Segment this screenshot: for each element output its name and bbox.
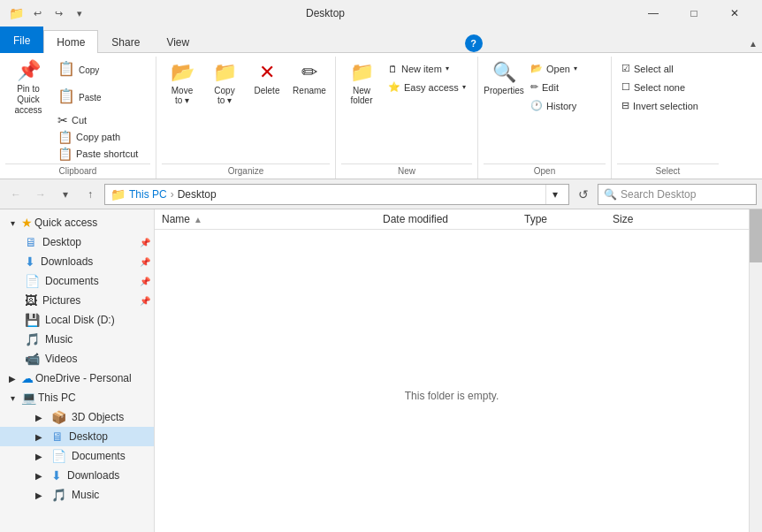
paste-btn[interactable]: 📋 Paste [53, 83, 95, 111]
pin-to-quick-access-btn[interactable]: 📌 Pin to Quickaccess [5, 57, 51, 111]
copy-path-btn[interactable]: 📋 Copy path [53, 128, 150, 145]
pin-indicator: 📌 [140, 238, 150, 247]
history-icon: 🕐 [530, 100, 543, 111]
clipboard-secondary: 📋 Copy 📋 Paste ✂ Cut 📋 Copy path 📋 [53, 57, 150, 162]
onedrive-header[interactable]: ▶ ☁ OneDrive - Personal [0, 369, 154, 388]
sidebar-item-3dobjects[interactable]: ▶ 📦 3D Objects [0, 407, 154, 427]
sidebar-item-desktop-thispc[interactable]: ▶ 🖥 Desktop [0, 427, 154, 446]
disk-label: Local Disk (D:) [45, 314, 115, 326]
search-box[interactable]: 🔍 Search Desktop [598, 184, 757, 205]
pin-indicator-4: 📌 [140, 296, 150, 306]
desktop-expand: ▶ [32, 432, 46, 442]
scrollbar-thumb[interactable] [750, 209, 762, 262]
undo-btn[interactable]: ↩ [28, 4, 46, 22]
col-name[interactable]: Name ▲ [162, 213, 383, 225]
new-folder-btn[interactable]: 📁 Newfolder [341, 57, 382, 111]
thispc-header[interactable]: ▾ 💻 This PC [0, 388, 154, 407]
sidebar-item-music-thispc[interactable]: ▶ 🎵 Music [0, 485, 154, 505]
new-secondary: 🗒 New item ▾ ⭐ Easy access ▾ [384, 57, 472, 95]
refresh-btn[interactable]: ↺ [573, 184, 594, 205]
title-bar-left: 📁 ↩ ↪ ▾ [7, 4, 88, 22]
sidebar-item-pictures-quick[interactable]: 🖼 Pictures 📌 [0, 291, 154, 310]
tab-share[interactable]: Share [98, 30, 153, 53]
pictures-icon: 🖼 [25, 293, 37, 308]
paste-shortcut-btn[interactable]: 📋 Paste shortcut [53, 145, 150, 162]
paste-label: Paste [79, 93, 102, 103]
properties-btn[interactable]: 🔍 Properties [484, 57, 524, 111]
ribbon-collapse-btn[interactable]: ▲ [744, 34, 762, 52]
sidebar-item-downloads-thispc[interactable]: ▶ ⬇ Downloads [0, 466, 154, 485]
open-btn[interactable]: 📂 Open ▾ [526, 60, 606, 77]
3d-label: 3D Objects [72, 411, 124, 423]
open-group-content: 🔍 Properties 📂 Open ▾ ✏ Edit 🕐 History [484, 57, 606, 162]
copy-path-label: Copy path [76, 132, 120, 142]
copy-to-btn[interactable]: 📁 Copyto ▾ [204, 57, 245, 111]
address-dropdown-btn[interactable]: ▾ [545, 185, 563, 204]
qat-dropdown[interactable]: ▾ [71, 4, 88, 22]
close-btn[interactable]: ✕ [714, 0, 755, 27]
sidebar-item-videos-quick[interactable]: 📹 Videos [0, 349, 154, 369]
forward-btn[interactable]: → [30, 184, 51, 205]
history-btn[interactable]: 🕐 History [526, 97, 606, 114]
tab-home[interactable]: Home [43, 30, 98, 53]
copy-btn[interactable]: 📋 Copy [53, 57, 95, 83]
address-box[interactable]: 📁 This PC › Desktop ▾ [104, 184, 569, 205]
help-btn[interactable]: ? [465, 34, 483, 52]
sidebar-item-documents-quick[interactable]: 📄 Documents 📌 [0, 271, 154, 291]
downloads-label: Downloads [41, 255, 93, 268]
sort-arrow: ▲ [194, 215, 202, 224]
quick-access-label: Quick access [34, 217, 97, 229]
desktop-icon: 🖥 [25, 235, 37, 249]
sidebar-item-desktop-quick[interactable]: 🖥 Desktop 📌 [0, 232, 154, 252]
music-label: Music [45, 333, 72, 346]
minimize-btn[interactable]: — [633, 0, 674, 27]
dl-pc-label: Downloads [67, 469, 119, 482]
quick-access-header[interactable]: ▾ ★ Quick access [0, 213, 154, 232]
sidebar-scrollbar[interactable] [749, 209, 762, 532]
select-none-btn[interactable]: ☐ Select none [617, 79, 719, 95]
new-group-content: 📁 Newfolder 🗒 New item ▾ ⭐ Easy access ▾ [341, 57, 472, 162]
move-to-icon: 📂 [171, 61, 194, 84]
dl-expand: ▶ [32, 471, 46, 481]
back-btn[interactable]: ← [5, 184, 27, 205]
redo-btn[interactable]: ↪ [50, 4, 67, 22]
select-label: Select [617, 163, 719, 179]
maximize-btn[interactable]: □ [674, 0, 714, 27]
col-date[interactable]: Date modified [383, 213, 524, 225]
search-icon: 🔍 [604, 188, 617, 201]
title-bar-controls: — □ ✕ [633, 0, 755, 27]
delete-btn[interactable]: ✕ Delete [247, 57, 287, 111]
paste-shortcut-label: Paste shortcut [76, 148, 138, 159]
recent-locations-btn[interactable]: ▾ [55, 184, 76, 205]
tab-view[interactable]: View [153, 30, 202, 53]
this-pc-link[interactable]: This PC [129, 188, 167, 201]
up-btn[interactable]: ↑ [80, 184, 101, 205]
quick-access-toolbar-icon: 📁 [7, 4, 25, 22]
documents-icon: 📄 [25, 274, 40, 288]
rename-btn[interactable]: ✏ Rename [289, 57, 330, 111]
sidebar-item-documents-thispc[interactable]: ▶ 📄 Documents [0, 446, 154, 466]
tab-file[interactable]: File [0, 27, 43, 53]
select-all-label: Select all [634, 64, 674, 74]
select-all-btn[interactable]: ☑ Select all [617, 60, 719, 77]
search-placeholder: Search Desktop [621, 188, 696, 201]
move-to-btn[interactable]: 📂 Moveto ▾ [162, 57, 202, 111]
col-size[interactable]: Size [613, 213, 683, 225]
sidebar-item-music-quick[interactable]: 🎵 Music [0, 330, 154, 349]
desktop-link[interactable]: Desktop [178, 188, 217, 201]
easy-access-btn[interactable]: ⭐ Easy access ▾ [384, 79, 472, 95]
edit-btn[interactable]: ✏ Edit [526, 79, 606, 95]
sidebar-item-localdisk[interactable]: 💾 Local Disk (D:) [0, 310, 154, 330]
sidebar-item-downloads-quick[interactable]: ⬇ Downloads 📌 [0, 252, 154, 271]
address-path: 📁 This PC › Desktop [110, 187, 545, 201]
cut-btn[interactable]: ✂ Cut [53, 111, 150, 128]
select-all-icon: ☑ [621, 63, 630, 74]
new-item-btn[interactable]: 🗒 New item ▾ [384, 60, 472, 77]
clipboard-label: Clipboard [5, 163, 150, 179]
col-type[interactable]: Type [524, 213, 613, 225]
invert-selection-btn[interactable]: ⊟ Invert selection [617, 97, 719, 114]
copy-to-label: Copyto ▾ [214, 86, 234, 105]
select-none-label: Select none [634, 82, 685, 93]
open-label: Open [546, 64, 570, 74]
music-pc-label: Music [72, 489, 99, 501]
